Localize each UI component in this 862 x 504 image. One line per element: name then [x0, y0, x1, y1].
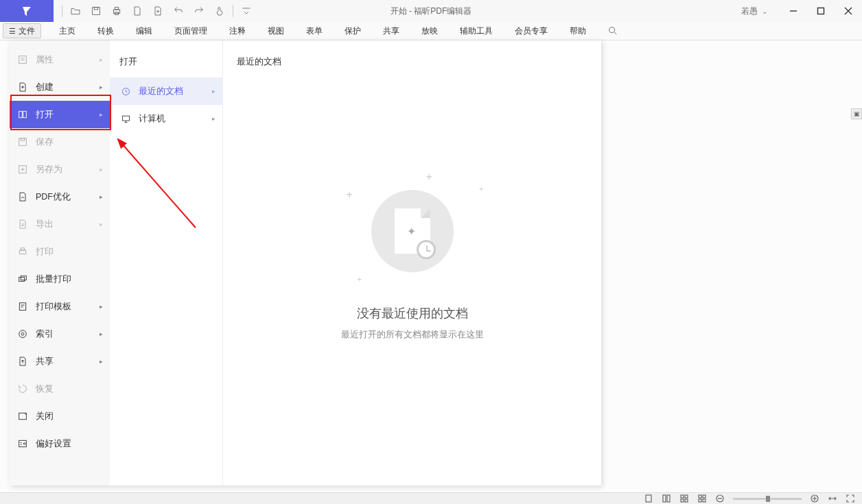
sidebar-item-share[interactable]: 共享▸	[10, 348, 110, 375]
svg-rect-26	[646, 495, 651, 502]
sidebar-item-open[interactable]: 打开▸	[10, 101, 110, 128]
save-icon	[16, 136, 29, 148]
search-icon[interactable]	[603, 20, 623, 42]
svg-rect-9	[23, 111, 27, 117]
recover-icon	[16, 383, 29, 395]
open-item-computer[interactable]: 计算机 ▸	[110, 105, 222, 132]
svg-point-18	[19, 331, 27, 338]
layout-single-icon[interactable]	[644, 494, 653, 503]
svg-rect-30	[685, 495, 688, 498]
tab-help[interactable]: 帮助	[559, 22, 597, 40]
svg-rect-31	[681, 499, 684, 502]
tab-annotate[interactable]: 注释	[218, 22, 257, 40]
maximize-button[interactable]	[807, 0, 835, 22]
close-button[interactable]	[835, 0, 862, 22]
sidebar-item-batchprint[interactable]: 批量打印	[10, 265, 110, 293]
svg-rect-16	[21, 276, 26, 280]
empty-illustration: + + + + ✦	[344, 171, 481, 287]
svg-rect-0	[93, 8, 100, 15]
tab-page-manage[interactable]: 页面管理	[163, 22, 218, 40]
tab-protect[interactable]: 保护	[334, 22, 372, 40]
tab-convert[interactable]: 转换	[86, 22, 125, 40]
open-item-recent[interactable]: 最近的文档 ▸	[110, 77, 222, 105]
tab-form[interactable]: 表单	[295, 22, 334, 40]
foxit-mark-icon: ✦	[407, 225, 416, 238]
chevron-right-icon: ▸	[100, 111, 103, 118]
chevron-right-icon: ▸	[100, 56, 103, 63]
page-icon[interactable]	[127, 0, 148, 22]
minimize-button[interactable]	[780, 0, 807, 22]
fit-width-icon[interactable]	[828, 494, 837, 503]
sidebar-item-label: 偏好设置	[36, 438, 71, 450]
chevron-right-icon: ▸	[100, 358, 103, 365]
tab-view[interactable]: 视图	[257, 22, 295, 40]
svg-rect-5	[818, 8, 824, 14]
tab-home[interactable]: 主页	[48, 22, 86, 40]
layout-facing-icon[interactable]	[679, 494, 689, 503]
redo-icon[interactable]	[189, 0, 209, 22]
sidebar-item-optimize[interactable]: PDF优化▸	[10, 183, 110, 211]
zoom-slider[interactable]	[733, 498, 802, 500]
tab-edit[interactable]: 编辑	[125, 22, 163, 40]
zoom-thumb[interactable]	[766, 496, 770, 502]
title-bar: 开始 - 福昕PDF编辑器 若愚 ⌄	[0, 0, 862, 22]
sidebar-item-label: 共享	[36, 356, 54, 368]
svg-rect-34	[703, 495, 706, 498]
sidebar-item-index[interactable]: 索引▸	[10, 320, 110, 348]
saveas-icon	[16, 163, 29, 176]
collapse-icon[interactable]: ▣	[851, 108, 862, 119]
tab-slideshow[interactable]: 放映	[410, 22, 449, 40]
sparkle-icon: +	[479, 184, 483, 193]
user-name[interactable]: 若愚	[741, 5, 758, 17]
chevron-down-icon[interactable]: ⌄	[762, 8, 767, 15]
empty-heading: 没有最近使用的文档	[357, 305, 468, 322]
svg-rect-3	[115, 8, 118, 10]
svg-rect-14	[21, 248, 24, 250]
sidebar-item-label: 索引	[36, 328, 54, 340]
page-plus-icon[interactable]	[148, 0, 168, 22]
open-icon[interactable]	[65, 0, 86, 22]
touch-icon[interactable]	[209, 0, 230, 22]
sidebar-item-prefs[interactable]: 偏好设置	[10, 430, 110, 457]
open-item-label: 计算机	[139, 113, 165, 125]
zoom-in-icon[interactable]	[810, 494, 819, 503]
chevron-right-icon: ▸	[100, 221, 103, 228]
sparkle-icon: +	[347, 189, 353, 201]
hamburger-icon: ☰	[9, 27, 16, 36]
undo-icon[interactable]	[168, 0, 189, 22]
fullscreen-icon[interactable]	[846, 494, 855, 503]
empty-subtext: 最近打开的所有文档都将显示在这里	[341, 328, 484, 341]
tab-vip[interactable]: 会员专享	[504, 22, 559, 40]
tab-share[interactable]: 共享	[372, 22, 410, 40]
sidebar-item-create[interactable]: 创建▸	[10, 73, 110, 101]
open-panel: 打开 最近的文档 ▸ 计算机 ▸	[110, 40, 223, 485]
open-icon	[16, 108, 29, 121]
layout-continuous-icon[interactable]	[662, 494, 671, 503]
close-icon	[16, 410, 29, 422]
svg-rect-24	[122, 116, 129, 121]
svg-rect-28	[667, 495, 670, 502]
chevron-right-icon: ▸	[100, 193, 103, 200]
svg-rect-17	[19, 303, 25, 311]
zoom-out-icon[interactable]	[715, 494, 725, 503]
file-tab[interactable]: ☰文件	[3, 23, 41, 38]
svg-rect-8	[19, 111, 23, 117]
qat-dropdown-icon[interactable]	[236, 0, 257, 22]
tab-tools[interactable]: 辅助工具	[449, 22, 504, 40]
app-logo	[0, 0, 54, 22]
empty-state: + + + + ✦ 没有最近使用的文档 最近打开的所有文档都将显示在这里	[237, 171, 587, 341]
save-icon[interactable]	[86, 0, 106, 22]
sidebar-item-close[interactable]: 关闭	[10, 403, 110, 430]
sidebar-item-label: 另存为	[36, 164, 62, 176]
svg-rect-1	[94, 8, 97, 10]
sparkle-icon: +	[426, 171, 432, 183]
quick-access-toolbar	[59, 0, 257, 22]
layout-cover-icon[interactable]	[697, 494, 707, 503]
divider	[62, 5, 62, 17]
sidebar-item-template[interactable]: 打印模板▸	[10, 293, 110, 320]
svg-rect-33	[699, 495, 701, 498]
chevron-right-icon: ▸	[100, 303, 103, 310]
svg-rect-36	[703, 499, 706, 502]
print-icon[interactable]	[106, 0, 127, 22]
chevron-right-icon: ▸	[100, 166, 103, 173]
